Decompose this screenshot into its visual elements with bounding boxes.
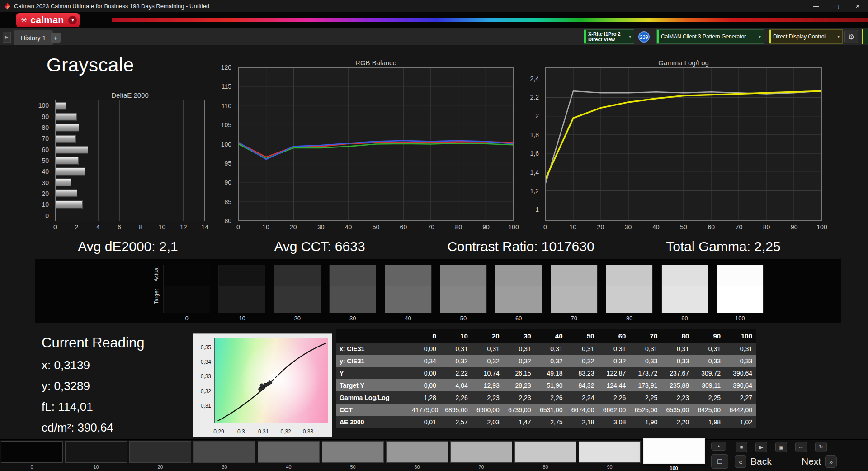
close-icon[interactable]: ✕ [847, 0, 868, 12]
table-cell: 122,87 [598, 367, 629, 379]
table-cell: 0,31 [693, 343, 724, 355]
cie-ylabels: 0,350,340,330,320,31 [194, 338, 213, 423]
deltae-row [56, 133, 204, 144]
brand-menu-chevron-icon[interactable]: ▾ [68, 16, 77, 24]
pattern-patch-40[interactable] [258, 441, 320, 463]
swatch-level-label: 30 [329, 315, 376, 322]
axis-tick-label: 0,34 [201, 359, 211, 365]
rgb-plot-xlabels: 0102030405060708090100 [238, 224, 514, 232]
swatch-target [551, 286, 597, 313]
patch-level-label: 80 [514, 464, 576, 470]
save-icon[interactable]: ▣ [775, 442, 787, 452]
axis-tick-label: 0,32 [201, 388, 211, 395]
table-cell: 2,23 [503, 391, 535, 404]
swatch-70 [551, 265, 598, 313]
meter-count-badge[interactable]: 239 [638, 31, 650, 43]
pattern-patch-90[interactable] [579, 441, 641, 463]
axis-tick-label: 1,8 [530, 131, 539, 138]
pattern-patch-50[interactable] [322, 441, 384, 463]
swatch-100 [717, 265, 764, 313]
table-cell: 0,32 [535, 355, 566, 367]
next-chevron-icon: » [825, 455, 837, 468]
table-cell: 2,20 [661, 416, 693, 428]
deltae-bar-10 [56, 200, 83, 208]
pattern-patch-80[interactable] [514, 441, 576, 463]
swatch-60 [495, 265, 542, 313]
pattern-patch-30[interactable] [193, 441, 255, 463]
axis-tick-label: 0,29 [213, 428, 224, 435]
loop-icon[interactable]: ∞ [795, 442, 807, 452]
swatch-cell-10: 10 [218, 265, 265, 322]
display-control-dropdown-icon[interactable]: ▾ [835, 34, 842, 39]
table-cell: 2,25 [693, 391, 724, 404]
pattern-generator-selector[interactable]: CalMAN Client 3 Pattern Generator ▾ [656, 29, 764, 44]
refresh-icon[interactable]: ↻ [815, 442, 827, 452]
stop-icon[interactable]: ■ [736, 442, 747, 452]
clipped-side-widget[interactable] [862, 29, 868, 44]
gamma-lines-svg [546, 68, 821, 220]
table-col-header: 100 [724, 329, 756, 343]
meter-selector[interactable]: X-Rite i1Pro 2 Direct View ▾ [584, 29, 634, 44]
axis-tick-label: 90 [224, 179, 231, 186]
swatch-cell-60: 60 [495, 265, 542, 322]
axis-tick-label: 40 [345, 224, 352, 231]
axis-tick-label: 20 [290, 224, 297, 231]
pattern-patch-60[interactable] [386, 441, 448, 463]
pattern-patch-100[interactable] [643, 438, 705, 464]
axis-tick-label: 2 [535, 112, 539, 119]
deltae-bar-80 [56, 124, 79, 132]
next-button[interactable]: Next » [802, 454, 837, 469]
swatch-target [662, 286, 708, 313]
display-control-selector[interactable]: Direct Display Control ▾ [769, 29, 843, 44]
minimize-icon[interactable]: — [806, 0, 826, 12]
play-icon[interactable]: ▶ [755, 442, 767, 452]
total-gamma-stat: Total Gamma: 2,25 [666, 239, 780, 254]
settings-gear-icon[interactable]: ⚙ [844, 30, 858, 43]
table-cell: 2,26 [535, 391, 566, 404]
reading-x: x: 0,3139 [42, 358, 144, 372]
table-cell: 49,18 [535, 367, 566, 379]
back-chevron-icon: « [735, 455, 746, 468]
swatch-cell-90: 90 [661, 265, 708, 322]
table-cell: 6900,00 [472, 404, 503, 416]
app-window: Calman 2023 Calman Ultimate for Business… [0, 0, 868, 471]
swatch-target [717, 286, 763, 313]
swatch-cell-50: 50 [440, 265, 487, 322]
swatch-cell-30: 30 [329, 265, 376, 322]
axis-tick-label: 0 [53, 224, 57, 231]
pattern-patch-70[interactable] [450, 441, 512, 463]
brand-bar: ✳ calman ▾ [0, 12, 868, 28]
table-cell: 0,33 [629, 355, 661, 367]
panel-collapse-icon[interactable]: ▲ [711, 442, 726, 451]
tab-history-1[interactable]: History 1 [14, 30, 53, 45]
pattern-generator-dropdown-icon[interactable]: ▾ [756, 34, 764, 39]
meter-dropdown-icon[interactable]: ▾ [626, 34, 634, 39]
row-label: CCT [336, 404, 408, 416]
calman-menu-button[interactable]: ✳ calman ▾ [16, 13, 80, 27]
deltae-row [56, 155, 204, 166]
axis-tick-label: 50 [26, 155, 52, 166]
cie-plot [214, 338, 328, 423]
table-cell: 6674,00 [566, 404, 598, 416]
maximize-icon[interactable]: ▢ [826, 0, 847, 12]
swatch-target [606, 286, 652, 313]
deltae-bar-60 [56, 146, 88, 153]
cie-chart: 0,350,340,330,320,31 0,290,30,310,320,33 [193, 333, 332, 437]
add-tab-button[interactable]: + [51, 33, 61, 43]
row-label: x: CIE31 [336, 343, 408, 355]
pattern-patch-10[interactable] [65, 441, 127, 463]
swatch-level-label: 50 [440, 315, 487, 322]
pattern-window-icon[interactable]: □ [711, 454, 728, 469]
table-cell: 0,32 [598, 355, 629, 367]
deltae-row [56, 199, 204, 210]
swatch-target [330, 286, 376, 313]
cie-svg [215, 338, 328, 423]
axis-tick-label: 60 [26, 144, 52, 155]
axis-tick-label: 90 [26, 111, 52, 122]
tab-scroll-icon[interactable]: ▶ [3, 32, 11, 43]
table-cell: 6425,00 [693, 404, 724, 416]
pattern-patch-20[interactable] [129, 441, 191, 463]
reading-cdm2: cd/m²: 390,64 [42, 421, 144, 435]
pattern-patch-0[interactable] [1, 441, 63, 463]
back-button[interactable]: « Back [735, 454, 772, 469]
